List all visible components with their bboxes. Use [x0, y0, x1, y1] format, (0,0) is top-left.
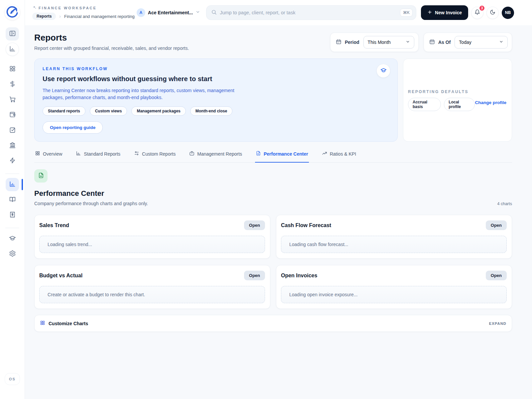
open-cash-flow-button[interactable]: Open: [486, 220, 507, 230]
period-value: This Month: [368, 40, 391, 45]
sidebar-item-automation[interactable]: [6, 154, 19, 168]
chevron-down-icon: [499, 40, 503, 45]
chart-placeholder: Loading cash flow forecast...: [281, 236, 507, 253]
shopping-cart-icon: [9, 96, 16, 104]
sliders-icon: [134, 151, 139, 157]
page-subtitle: Report center with grouped financial, re…: [34, 46, 189, 51]
logo-icon: [6, 5, 19, 19]
bar-chart-icon: [76, 151, 81, 157]
sidebar-item-settings[interactable]: [6, 247, 19, 261]
sidebar-item-banking[interactable]: [6, 139, 19, 152]
sidebar-item-dashboard[interactable]: [6, 63, 19, 76]
notifications-count-badge: 3: [479, 5, 485, 11]
sidebar-item-chart-preview[interactable]: [6, 43, 19, 56]
tab-ratios-kpi[interactable]: Ratios & KPI: [321, 150, 357, 163]
dashboard-grid-icon: [9, 65, 16, 73]
learning-center-button[interactable]: [377, 64, 390, 77]
card-title: Budget vs Actual: [39, 273, 82, 279]
bank-icon: [9, 142, 16, 150]
app-logo[interactable]: [5, 5, 20, 20]
search-shortcut-badge: ⌘K: [400, 9, 413, 17]
graduation-cap-icon: [9, 235, 16, 243]
report-tabs: Overview Standard Reports Custom Reports: [34, 150, 512, 163]
tab-standard-reports[interactable]: Standard Reports: [75, 150, 121, 163]
sidebar-footer-os-button[interactable]: OS: [5, 373, 20, 385]
chart-card-open-invoices: Open Invoices Open Loading open invoice …: [276, 265, 512, 309]
banner-chip-management-packages[interactable]: Management packages: [131, 106, 186, 116]
client-selector[interactable]: A Ace Entertainment...: [137, 8, 200, 17]
tab-management-reports[interactable]: Management Reports: [189, 150, 243, 163]
banner-title: Use report workflows without guessing wh…: [43, 75, 389, 83]
as-of-select[interactable]: Today: [455, 36, 508, 49]
workspace-label: FINANCE WORKSPACE: [39, 6, 97, 10]
tab-custom-reports[interactable]: Custom Reports: [133, 150, 176, 163]
sidebar-item-invoices[interactable]: [6, 208, 19, 222]
breadcrumb-root[interactable]: Reports: [32, 13, 56, 20]
top-header: FINANCE WORKSPACE Reports › Financial an…: [25, 0, 532, 25]
banner-chip-row: Standard reports Custom views Management…: [43, 106, 389, 116]
user-avatar[interactable]: NB: [502, 7, 514, 19]
os-label: OS: [9, 377, 16, 381]
period-select[interactable]: This Month: [363, 36, 414, 49]
sidebar: OS: [0, 0, 25, 399]
tab-label: Performance Center: [264, 151, 308, 157]
panel-toggle-icon: [9, 30, 16, 38]
calendar-icon: [336, 39, 341, 46]
client-name: Ace Entertainment...: [148, 10, 193, 15]
sidebar-item-panel-toggle[interactable]: [6, 27, 19, 41]
chart-card-budget-vs-actual: Budget vs Actual Open Create or activate…: [34, 265, 270, 309]
customize-charts-bar[interactable]: Customize Charts EXPAND: [34, 315, 512, 332]
chart-count: 4 charts: [497, 201, 512, 206]
zap-icon: [9, 157, 16, 165]
plus-icon: [427, 10, 432, 16]
grid-icon: [40, 320, 49, 327]
chart-cards-grid: Sales Trend Open Loading sales trend... …: [34, 215, 512, 309]
open-open-invoices-button[interactable]: Open: [486, 271, 507, 280]
tab-label: Ratios & KPI: [330, 151, 356, 157]
performance-subtitle: Company performance through charts and g…: [34, 201, 148, 206]
tab-label: Management Reports: [197, 151, 242, 157]
performance-title: Performance Center: [34, 189, 148, 198]
moon-icon: [490, 9, 495, 16]
change-profile-link[interactable]: Change profile: [475, 100, 506, 105]
notifications-button[interactable]: 3: [471, 7, 483, 19]
column-chart-icon: [9, 181, 16, 189]
sidebar-item-learning[interactable]: [6, 232, 19, 245]
header-actions: New Invoice 3 NB: [421, 5, 514, 20]
performance-header-block: Performance Center Company performance t…: [34, 189, 148, 206]
sidebar-item-ledger[interactable]: [6, 193, 19, 206]
sidebar-item-tasks[interactable]: [6, 124, 19, 137]
expand-button[interactable]: EXPAND: [489, 322, 506, 326]
dollar-icon: [9, 80, 16, 89]
customize-charts-label: Customize Charts: [49, 321, 88, 326]
sidebar-item-performance-reports[interactable]: [6, 178, 19, 191]
tab-performance-center[interactable]: Performance Center: [255, 150, 309, 163]
performance-section-icon: [34, 169, 48, 183]
workspace-block: FINANCE WORKSPACE Reports › Financial an…: [32, 5, 135, 20]
sidebar-item-sales[interactable]: [6, 78, 19, 91]
sparkles-icon: [32, 5, 37, 10]
banner-chip-month-end-close[interactable]: Month-end close: [190, 106, 232, 116]
banner-chip-standard-reports[interactable]: Standard reports: [43, 106, 85, 116]
sidebar-item-purchases[interactable]: [6, 93, 19, 106]
new-invoice-button[interactable]: New Invoice: [421, 5, 468, 20]
graduation-cap-icon: [380, 67, 387, 75]
open-reporting-guide-button[interactable]: Open reporting guide: [43, 121, 103, 134]
sidebar-divider: [5, 174, 19, 174]
search-input[interactable]: [220, 10, 397, 15]
main-content: Reports Report center with grouped finan…: [25, 25, 532, 399]
open-sales-trend-button[interactable]: Open: [244, 220, 265, 230]
reporting-defaults-panel: REPORTING DEFAULTS Accrual basis Local p…: [403, 59, 512, 142]
reporting-defaults-heading: REPORTING DEFAULTS: [408, 89, 475, 94]
reporting-defaults-block: REPORTING DEFAULTS Accrual basis Local p…: [408, 89, 475, 111]
open-budget-vs-actual-button[interactable]: Open: [244, 271, 265, 280]
tab-overview[interactable]: Overview: [34, 150, 63, 163]
local-profile-badge: Local profile: [444, 98, 475, 111]
tab-label: Overview: [43, 151, 62, 157]
card-title: Open Invoices: [281, 273, 317, 279]
file-chart-icon: [38, 172, 44, 180]
sidebar-item-wallet[interactable]: [6, 108, 19, 122]
dark-mode-toggle[interactable]: [486, 7, 499, 19]
wallet-icon: [9, 111, 16, 119]
banner-chip-custom-views[interactable]: Custom views: [90, 106, 127, 116]
